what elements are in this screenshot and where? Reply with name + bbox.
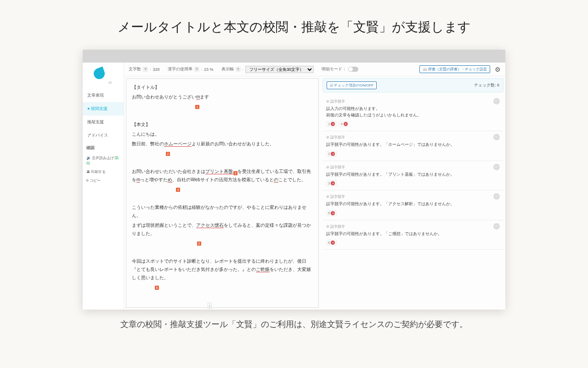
width-label: 表示幅	[221, 66, 234, 72]
sidebar-sub-item[interactable]: 🖶 印刷する	[83, 167, 124, 176]
check-item[interactable]: −誤字脱字誤字脱字の可能性があります。「プリント基板」ではありませんか。3×	[322, 161, 503, 191]
app-version: v5	[96, 81, 124, 84]
sidebar-item[interactable]: アドバイス	[83, 129, 124, 142]
kanji-rate-value: 23 %	[204, 67, 214, 72]
confirm-section-label: 確認	[83, 142, 124, 154]
check-item[interactable]: −誤字脱字誤字脱字の可能性があります。「ご感想」ではありませんか。6×	[322, 220, 503, 250]
check-message: 誤字脱字の可能性があります。「アクセス解析」ではありませんか。	[326, 201, 500, 207]
check-header: ☑ チェック項目のON/OFF チェック数: 6	[322, 78, 503, 92]
dismiss-button[interactable]: −	[493, 164, 500, 170]
sidebar-sub-item[interactable]: 🔊 音声読み上げ 開始	[83, 154, 124, 167]
page-title: メールタイトルと本文の校閲・推敲を「文賢」が支援します	[0, 0, 588, 50]
check-item[interactable]: −誤字脱字誤字脱字の可能性があります。「ホームページ」ではありませんか。2×	[322, 131, 503, 161]
sidebar: v5 文章表現● 校閲支援推敲支援アドバイス 確認 🔊 音声読み上げ 開始🖶 印…	[83, 63, 124, 310]
issue-number-badge[interactable]: 5×	[326, 210, 337, 216]
check-message: 誤字脱字の可能性があります。「ご感想」ではありませんか。	[326, 231, 500, 237]
issue-number-badge[interactable]: 4×	[339, 121, 349, 127]
window-title-bar	[83, 50, 505, 63]
char-count-label: 文字数	[129, 66, 141, 72]
check-category: 誤字脱字	[326, 165, 500, 170]
remove-icon[interactable]: ×	[331, 241, 335, 245]
check-toggle-button[interactable]: ☑ チェック項目のON/OFF	[327, 81, 377, 89]
dictionary-settings-button[interactable]: 📖 辞書（文賢の辞書）・チェック設定	[419, 65, 490, 73]
remove-icon[interactable]: ×	[331, 181, 335, 185]
check-category: 誤字脱字	[326, 135, 500, 140]
help-icon[interactable]: ?	[194, 67, 199, 72]
check-message: 誤入力の可能性があります。前後の文章を確認したほうがよいかもしれません。	[326, 106, 500, 118]
editor-pane[interactable]: 【タイトル】 お問い合わせありがとうございmます1 【本文】 こんにちは。 数日…	[126, 78, 319, 308]
mincho-toggle[interactable]	[348, 67, 358, 72]
remove-icon[interactable]: ×	[331, 152, 335, 156]
issue-number-badge[interactable]: 2×	[326, 151, 337, 157]
check-message: 誤字脱字の可能性があります。「ホームページ」ではありませんか。	[326, 142, 500, 148]
help-icon[interactable]: ?	[236, 67, 241, 72]
app-window: v5 文章表現● 校閲支援推敲支援アドバイス 確認 🔊 音声読み上げ 開始🖶 印…	[83, 50, 505, 310]
sidebar-sub-item[interactable]: ⎘ コピー	[83, 176, 124, 185]
check-item[interactable]: −誤字脱字誤入力の可能性があります。前後の文章を確認したほうがよいかもしれません…	[322, 95, 503, 131]
help-icon[interactable]: ?	[143, 67, 148, 72]
dismiss-button[interactable]: −	[493, 193, 500, 200]
check-category: 誤字脱字	[326, 224, 500, 229]
dismiss-button[interactable]: −	[493, 134, 500, 140]
main-panel: 文字数 ? · 328 漢字の使用率 ? · 23 % 表示幅 ? · フリーサ…	[124, 63, 505, 310]
check-item[interactable]: −誤字脱字誤字脱字の可能性があります。「アクセス解析」ではありませんか。5×	[322, 190, 503, 220]
remove-icon[interactable]: ×	[331, 122, 335, 126]
mincho-label: 明朝モード：	[322, 66, 346, 72]
check-category: 誤字脱字	[326, 99, 500, 104]
issue-number-badge[interactable]: 6×	[326, 240, 337, 246]
check-category: 誤字脱字	[326, 194, 500, 199]
char-count-value: 328	[153, 67, 160, 72]
width-select[interactable]: フリーサイズ（全角30文字）	[245, 66, 314, 73]
stats-bar: 文字数 ? · 328 漢字の使用率 ? · 23 % 表示幅 ? · フリーサ…	[124, 63, 505, 76]
remove-icon[interactable]: ×	[331, 211, 335, 215]
check-pane: ☑ チェック項目のON/OFF チェック数: 6 −誤字脱字誤入力の可能性があり…	[322, 78, 503, 308]
kanji-rate-label: 漢字の使用率	[168, 66, 192, 72]
dismiss-button[interactable]: −	[493, 223, 500, 230]
collapse-handle[interactable]: ‹	[208, 303, 212, 309]
issue-number-badge[interactable]: 3×	[326, 180, 337, 186]
issue-number-badge[interactable]: 1×	[326, 121, 337, 127]
sidebar-item[interactable]: 推敲支援	[83, 115, 124, 129]
check-count: チェック数: 6	[474, 82, 499, 88]
page-footer: 文章の校閲・推敲支援ツール「文賢」のご利用は、別途文賢ライセンスのご契約が必要で…	[0, 310, 588, 339]
sidebar-item[interactable]: 文章表現	[83, 89, 124, 102]
check-list: −誤字脱字誤入力の可能性があります。前後の文章を確認したほうがよいかもしれません…	[322, 95, 503, 308]
gear-icon[interactable]: ⚙	[495, 66, 501, 73]
check-message: 誤字脱字の可能性があります。「プリント基板」ではありませんか。	[326, 172, 500, 178]
app-logo-icon	[92, 67, 107, 81]
sidebar-item[interactable]: ● 校閲支援	[83, 102, 124, 115]
dismiss-button[interactable]: −	[493, 98, 500, 104]
remove-icon[interactable]: ×	[344, 122, 348, 126]
